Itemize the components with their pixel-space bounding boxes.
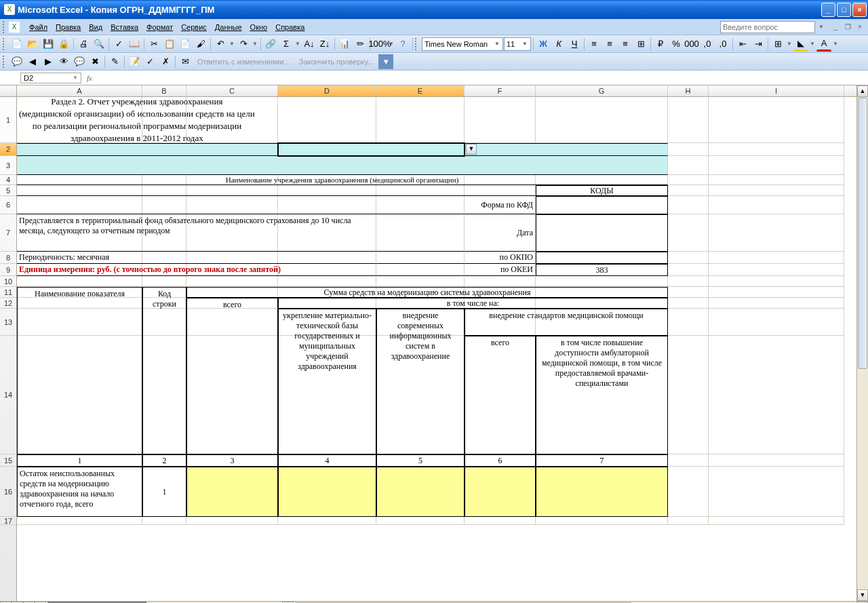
doc-close-button[interactable]: ×	[854, 22, 865, 32]
cell[interactable]	[142, 276, 186, 287]
cell[interactable]	[17, 276, 142, 287]
cell[interactable]: по ОКПО	[465, 252, 536, 264]
spelling-icon[interactable]: ✓	[111, 37, 126, 52]
cell[interactable]	[668, 214, 709, 252]
cell[interactable]	[376, 252, 465, 264]
help-search-input[interactable]	[720, 21, 815, 33]
cell[interactable]	[536, 196, 668, 214]
col-header-F[interactable]: F	[465, 85, 536, 96]
grid[interactable]: Раздел 2. Отчет учреждения здравоохранен…	[17, 97, 856, 601]
cell[interactable]	[668, 175, 709, 185]
row-header-13[interactable]: 13	[0, 309, 16, 336]
col-header-B[interactable]: B	[142, 85, 186, 96]
cell[interactable]	[709, 264, 844, 276]
cell[interactable]: 6	[465, 454, 536, 467]
research-icon[interactable]: 📖	[127, 37, 142, 52]
cell[interactable]: 7	[536, 454, 668, 467]
row-header-14[interactable]: 14	[0, 336, 16, 454]
menu-help[interactable]: Справка	[271, 22, 309, 33]
cell[interactable]	[709, 454, 844, 467]
cell[interactable]	[668, 336, 709, 454]
cell[interactable]: 1	[142, 467, 186, 517]
cell[interactable]: 2	[142, 454, 186, 467]
cell[interactable]: внедрение стандартов медицинской помощи	[465, 309, 668, 336]
cell[interactable]	[278, 276, 376, 287]
cell[interactable]	[709, 196, 844, 214]
cell[interactable]	[709, 298, 844, 309]
cell[interactable]: внедрение современных информационных сис…	[376, 309, 465, 454]
cell[interactable]	[709, 276, 844, 287]
cell[interactable]	[709, 156, 844, 175]
cell[interactable]	[278, 517, 376, 525]
next-comment-icon[interactable]: ▶	[41, 54, 56, 69]
row-header-17[interactable]: 17	[0, 517, 16, 525]
menu-format[interactable]: Формат	[142, 22, 177, 33]
cell[interactable]	[709, 143, 844, 156]
track-changes-icon[interactable]: 📝	[127, 54, 142, 69]
cell[interactable]: в том числе на:	[278, 298, 668, 309]
increase-indent-icon[interactable]: ⇥	[751, 37, 766, 52]
col-header-E[interactable]: E	[376, 85, 465, 96]
col-header-C[interactable]: C	[186, 85, 278, 96]
cell[interactable]	[709, 517, 844, 525]
cut-icon[interactable]: ✂	[146, 37, 161, 52]
font-color-icon[interactable]: A	[816, 37, 831, 52]
cell[interactable]	[17, 143, 668, 156]
row-header-11[interactable]: 11	[0, 287, 16, 298]
redo-icon[interactable]: ↷	[236, 37, 251, 52]
new-icon[interactable]: 📄	[9, 37, 24, 52]
cell[interactable]	[278, 467, 376, 517]
cell[interactable]	[668, 517, 709, 525]
cell[interactable]: 1	[17, 454, 142, 467]
zoom-icon[interactable]: 100%	[372, 37, 387, 52]
cell[interactable]	[465, 517, 536, 525]
drawing-icon[interactable]: ✏	[353, 37, 368, 52]
help-dropdown-icon[interactable]: ▼	[818, 24, 825, 30]
row-header-7[interactable]: 7	[0, 214, 16, 252]
grip-handle[interactable]	[3, 21, 6, 33]
row-header-10[interactable]: 10	[0, 276, 16, 287]
row-header-2[interactable]: 2	[0, 143, 16, 156]
vertical-scrollbar[interactable]: ▲ ▼	[856, 85, 868, 601]
cell[interactable]: КОДЫ	[536, 185, 668, 196]
menu-view[interactable]: Вид	[85, 22, 106, 33]
new-comment-icon[interactable]: 💬	[9, 54, 24, 69]
row-header-3[interactable]: 3	[0, 156, 16, 175]
bold-icon[interactable]: Ж	[536, 37, 551, 52]
fill-color-icon[interactable]: ◣	[793, 37, 808, 52]
paste-icon[interactable]: 📄	[178, 37, 193, 52]
formula-input[interactable]	[98, 74, 868, 82]
cell[interactable]	[709, 287, 844, 298]
cell[interactable]	[709, 336, 844, 454]
cell[interactable]: Представляется в территориальный фонд об…	[17, 214, 376, 252]
show-all-comments-icon[interactable]: 💬	[72, 54, 87, 69]
prev-comment-icon[interactable]: ◀	[25, 54, 40, 69]
cell[interactable]: Код строки	[142, 287, 186, 454]
font-size-combo[interactable]: 11▼	[504, 37, 531, 51]
cell[interactable]: Периодичность: месячная	[17, 252, 376, 264]
cell[interactable]	[465, 276, 536, 287]
cell[interactable]	[668, 196, 709, 214]
cell[interactable]: Форма по КФД	[465, 196, 536, 214]
decrease-indent-icon[interactable]: ⇤	[735, 37, 750, 52]
decrease-decimal-icon[interactable]: ,0	[715, 37, 730, 52]
cell[interactable]: Дата	[465, 214, 536, 252]
scroll-up-icon[interactable]: ▲	[857, 85, 868, 97]
cell[interactable]	[17, 156, 668, 175]
cell[interactable]	[668, 276, 709, 287]
menu-window[interactable]: Окно	[246, 22, 272, 33]
cell[interactable]	[668, 156, 709, 175]
cell[interactable]	[709, 214, 844, 252]
cell[interactable]	[536, 252, 668, 264]
show-ink-icon[interactable]: ✎	[107, 54, 122, 69]
autosum-icon[interactable]: Σ	[279, 37, 294, 52]
col-header-G[interactable]: G	[536, 85, 668, 96]
cell[interactable]	[17, 517, 142, 525]
row-header-16[interactable]: 16	[0, 467, 16, 517]
menu-edit[interactable]: Правка	[52, 22, 85, 33]
app-icon[interactable]: X	[9, 22, 20, 33]
percent-icon[interactable]: %	[669, 37, 684, 52]
cell[interactable]: Наименование показателя	[17, 287, 142, 454]
sort-asc-icon[interactable]: A↓	[302, 37, 317, 52]
permission-icon[interactable]: 🔒	[56, 37, 71, 52]
